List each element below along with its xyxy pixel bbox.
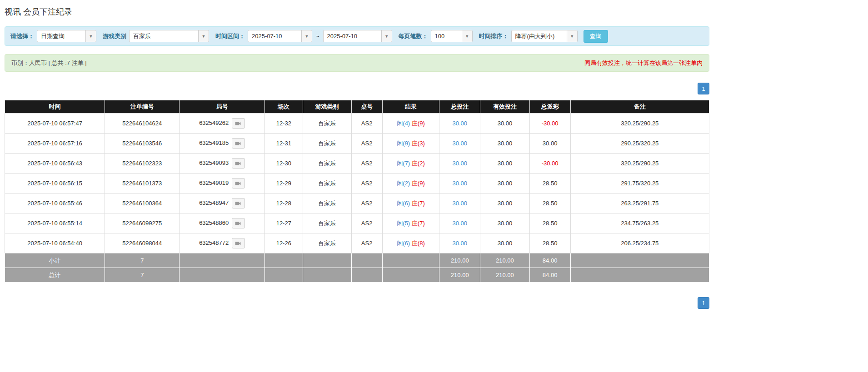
date-to-select[interactable]: 2025-07-10 ▼	[323, 30, 392, 42]
total-bet-link[interactable]: 30.00	[452, 120, 467, 127]
cell-bet-no: 522646102323	[105, 154, 180, 174]
chevron-down-icon[interactable]: ▼	[198, 30, 209, 42]
cell-table-no: AS2	[351, 154, 382, 174]
date-range-label: 时间区间：	[215, 32, 245, 40]
round-no-text: 632549185	[199, 139, 229, 146]
sort-order-value: 降幂(由大到小)	[512, 30, 567, 42]
subtotal-label: 小计	[5, 253, 105, 268]
column-header-7: 结果	[382, 100, 439, 114]
total-bet-link[interactable]: 30.00	[452, 240, 467, 247]
page-container: 视讯 会员下注纪录 请选择： 日期查询 ▼ 游戏类别 百家乐 ▼ 时间区间： 2…	[5, 0, 709, 322]
page-button-1[interactable]: 1	[698, 83, 709, 94]
result-player: 闲(6)	[397, 240, 410, 247]
total-valid-bet: 210.00	[480, 268, 530, 283]
cell-bet-no: 522646104624	[105, 114, 180, 134]
total-count: 7	[105, 268, 180, 283]
cell-table-no: AS2	[351, 233, 382, 253]
cell-game-type: 百家乐	[303, 134, 351, 154]
video-icon	[235, 221, 242, 226]
round-no-text: 632548947	[199, 199, 229, 206]
cell-note: 320.25/290.25	[570, 114, 709, 134]
result-player: 闲(5)	[397, 220, 410, 227]
cell-game-type: 百家乐	[303, 233, 351, 253]
chevron-down-icon[interactable]: ▼	[381, 30, 392, 42]
cell-game-type: 百家乐	[303, 114, 351, 134]
cell-bet-no: 522646098044	[105, 233, 180, 253]
cell-session: 12-32	[264, 114, 303, 134]
video-replay-button[interactable]	[232, 198, 245, 208]
cell-session: 12-29	[264, 174, 303, 193]
cell-time: 2025-07-10 06:56:15	[5, 174, 105, 193]
cell-time: 2025-07-10 06:57:16	[5, 134, 105, 154]
column-header-1: 时间	[5, 100, 105, 114]
cell-valid-bet: 30.00	[480, 213, 530, 233]
cell-table-no: AS2	[351, 213, 382, 233]
table-row: 2025-07-10 06:56:15 522646101373 6325490…	[5, 174, 709, 193]
cell-round-no: 632549019	[180, 174, 265, 193]
sort-order-label: 时间排序：	[479, 32, 509, 40]
result-player: 闲(6)	[397, 200, 410, 207]
result-player: 闲(2)	[397, 180, 410, 187]
column-header-8: 总投注	[439, 100, 480, 114]
search-button[interactable]: 查询	[584, 30, 608, 43]
result-banker: 庄(7)	[412, 220, 425, 227]
cell-result: 闲(2) 庄(9)	[382, 174, 439, 193]
total-bet-link[interactable]: 30.00	[452, 160, 467, 167]
chevron-down-icon[interactable]: ▼	[301, 30, 312, 42]
cell-result: 闲(6) 庄(8)	[382, 233, 439, 253]
column-header-3: 局号	[180, 100, 265, 114]
cell-bet-no: 522646099275	[105, 213, 180, 233]
chevron-down-icon[interactable]: ▼	[567, 30, 577, 42]
valid-bet-notice: 同局有效投注，统一计算在该局第一张注单内	[584, 59, 703, 67]
result-player: 闲(4)	[397, 120, 410, 127]
result-banker: 庄(9)	[412, 120, 425, 127]
cell-note: 291.75/320.25	[570, 174, 709, 193]
cell-note: 320.25/290.25	[570, 154, 709, 174]
query-type-select[interactable]: 日期查询 ▼	[37, 30, 96, 42]
video-icon	[235, 241, 242, 246]
cell-payout: 28.50	[529, 174, 570, 193]
result-banker: 庄(2)	[412, 160, 425, 167]
cell-result: 闲(4) 庄(9)	[382, 114, 439, 134]
video-replay-button[interactable]	[232, 238, 245, 248]
cell-total-bet: 30.00	[439, 233, 480, 253]
cell-game-type: 百家乐	[303, 213, 351, 233]
cell-table-no: AS2	[351, 134, 382, 154]
cell-payout: 28.50	[529, 233, 570, 253]
total-bet-link[interactable]: 30.00	[452, 200, 467, 207]
cell-game-type: 百家乐	[303, 193, 351, 213]
video-replay-button[interactable]	[232, 138, 245, 149]
video-replay-button[interactable]	[232, 118, 245, 129]
video-replay-button[interactable]	[232, 178, 245, 188]
page-button-1[interactable]: 1	[698, 297, 709, 309]
cell-round-no: 632549262	[180, 114, 265, 134]
sort-order-select[interactable]: 降幂(由大到小) ▼	[511, 30, 578, 42]
subtotal-valid-bet: 210.00	[480, 253, 530, 268]
video-replay-button[interactable]	[232, 158, 245, 169]
cell-total-bet: 30.00	[439, 213, 480, 233]
total-row: 总计 7 210.00 210.00 84.00	[5, 268, 709, 283]
cell-payout: -30.00	[529, 114, 570, 134]
query-type-value: 日期查询	[37, 30, 85, 42]
page-size-select[interactable]: 100 ▼	[431, 30, 473, 42]
total-bet-link[interactable]: 30.00	[452, 180, 467, 187]
subtotal-total-bet: 210.00	[439, 253, 480, 268]
column-header-5: 游戏类别	[303, 100, 351, 114]
result-player: 闲(7)	[397, 160, 410, 167]
table-row: 2025-07-10 06:56:43 522646102323 6325490…	[5, 154, 709, 174]
cell-time: 2025-07-10 06:56:43	[5, 154, 105, 174]
cell-result: 闲(6) 庄(7)	[382, 193, 439, 213]
total-bet-link[interactable]: 30.00	[452, 140, 467, 147]
result-player: 闲(9)	[397, 140, 410, 147]
table-row: 2025-07-10 06:54:40 522646098044 6325487…	[5, 233, 709, 253]
subtotal-row: 小计 7 210.00 210.00 84.00	[5, 253, 709, 268]
column-header-10: 总派彩	[529, 100, 570, 114]
chevron-down-icon[interactable]: ▼	[462, 30, 472, 42]
date-from-select[interactable]: 2025-07-10 ▼	[248, 30, 312, 42]
chevron-down-icon[interactable]: ▼	[85, 30, 96, 42]
video-replay-button[interactable]	[232, 218, 245, 228]
table-body: 2025-07-10 06:57:47 522646104624 6325492…	[5, 114, 709, 253]
round-no-text: 632549019	[199, 179, 229, 186]
game-type-select[interactable]: 百家乐 ▼	[129, 30, 209, 42]
total-bet-link[interactable]: 30.00	[452, 220, 467, 227]
